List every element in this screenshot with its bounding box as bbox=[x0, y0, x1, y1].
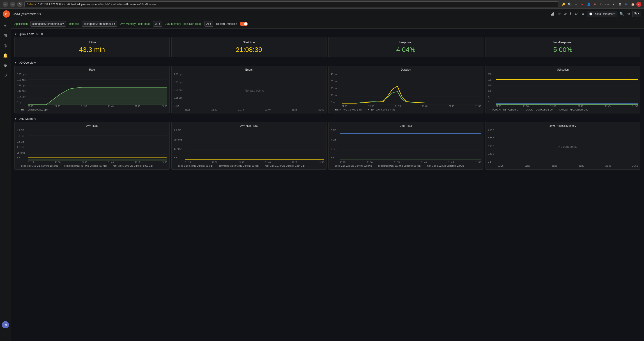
utilisation-chart-panel: Utilisation 250 200 150 100 50 0 bbox=[485, 66, 640, 114]
jvm-process-x-axis: 21:25 21:30 21:35 21:40 21:45 21:50 bbox=[498, 165, 638, 167]
ext4-icon[interactable]: JB bbox=[598, 2, 604, 7]
rate-legend: HTTP Current: 0.2001 ops bbox=[17, 108, 167, 111]
non-heap-value: All ▾ bbox=[206, 22, 212, 26]
time-range-selector[interactable]: 🕐 Last 30 minutes ▾ bbox=[587, 11, 617, 17]
quick-facts-header[interactable]: ▼ Quick Facts ⚙ 🗑 bbox=[14, 30, 640, 37]
refresh-interval[interactable]: 5s ▾ bbox=[632, 11, 641, 17]
time-range-label: Last 30 minutes ▾ bbox=[594, 12, 615, 16]
sidebar: + ⊞ ◎ 🔔 ⚙ 🛡 hu ? bbox=[0, 20, 11, 341]
uptime-title: Uptime bbox=[17, 41, 167, 44]
non-heap-label: JVM Memory Pools Non-Heap bbox=[165, 22, 202, 26]
restart-detection-label: Restart Detection bbox=[216, 22, 237, 26]
collapse-icon: ▼ bbox=[14, 33, 17, 36]
topbar-right: ☆ ⇗ ℹ ⚙ 🖥 🕐 Last 30 minutes ▾ 🔍 ↻ 5s ▾ bbox=[550, 11, 641, 17]
start-time-value: 21:08:39 bbox=[236, 46, 262, 54]
duration-chart-panel: Duration 40 ms 30 ms 20 ms 10 ms 0 ns bbox=[328, 66, 484, 114]
application-select[interactable]: springboot2-prometheus ▾ bbox=[30, 21, 66, 26]
ext7-icon[interactable]: ⊞ bbox=[618, 2, 623, 7]
jvm-charts-grid: JVM Heap 4.7 GiB 3.7 GiB 2.8 GiB 1.9 GiB… bbox=[14, 122, 640, 170]
instance-value: springboot2-prometheus ▾ bbox=[84, 22, 115, 26]
start-time-title: Start time bbox=[174, 41, 324, 44]
ext5-icon[interactable]: 0101 bbox=[605, 2, 610, 7]
refresh-icon[interactable]: ↻ bbox=[626, 11, 631, 17]
heap-used-title: Heap used bbox=[331, 41, 480, 44]
io-overview-header[interactable]: ▼ I/O Overview bbox=[14, 59, 640, 66]
ext3-icon[interactable]: F bbox=[592, 2, 598, 7]
jvm-heap-legend: used Max: 165 MiB Current: 165 MiB commi… bbox=[17, 165, 167, 167]
jvm-nonheap-x-axis: 21:25 21:30 21:35 21:40 21:45 21:50 bbox=[185, 161, 324, 164]
svg-marker-29 bbox=[28, 160, 167, 161]
sidebar-settings-btn[interactable]: ⚙ bbox=[1, 61, 10, 70]
jvm-nonheap-svg bbox=[185, 129, 324, 161]
start-time-panel: Start time 21:08:39 bbox=[171, 37, 326, 57]
filter-bar: Application springboot2-prometheus ▾ Ins… bbox=[11, 20, 644, 29]
uptime-panel: Uptime 43.3 min bbox=[14, 37, 170, 57]
non-heap-select[interactable]: All ▾ bbox=[204, 21, 214, 26]
errors-no-data: No data points bbox=[185, 73, 324, 108]
info-icon[interactable]: ℹ bbox=[569, 11, 572, 17]
sidebar-shield-btn[interactable]: 🛡 bbox=[1, 71, 10, 80]
jvm-memory-title: JVM Memory bbox=[19, 117, 36, 120]
svg-marker-11 bbox=[28, 87, 167, 105]
gear-icon[interactable]: ⚙ bbox=[574, 11, 578, 17]
monitor-icon[interactable]: 🖥 bbox=[580, 11, 585, 17]
rate-chart-title: Rate bbox=[17, 68, 167, 71]
bookmark-icon[interactable]: ☆ bbox=[573, 2, 578, 7]
non-heap-used-value: 5.00% bbox=[553, 46, 572, 54]
jvm-total-x-axis: 21:25 21:30 21:35 21:40 21:45 21:50 bbox=[340, 161, 481, 164]
instance-select[interactable]: springboot2-prometheus ▾ bbox=[82, 21, 117, 26]
jvm-process-chart-panel: JVM Process Memory 1.00 B 0.75 B 0.50 B … bbox=[485, 122, 640, 170]
clock-icon: 🕐 bbox=[589, 12, 592, 16]
search-icon[interactable]: 🔍 bbox=[567, 2, 572, 7]
application-label: Application bbox=[14, 22, 28, 26]
sidebar-add-btn[interactable]: + bbox=[1, 21, 10, 30]
search-dashboard-icon[interactable]: 🔍 bbox=[618, 11, 625, 17]
ext6-icon[interactable]: ▼ bbox=[611, 2, 616, 7]
section-trash-icon[interactable]: 🗑 bbox=[40, 32, 44, 36]
jvm-heap-svg bbox=[28, 129, 167, 161]
chart-icon[interactable] bbox=[550, 11, 556, 17]
heap-select[interactable]: All ▾ bbox=[153, 21, 162, 26]
errors-chart-title: Errors bbox=[174, 68, 324, 71]
legend-dot bbox=[17, 110, 20, 110]
section-gear-icon[interactable]: ⚙ bbox=[36, 32, 39, 36]
quick-facts-grid: Uptime 43.3 min Start time 21:08:39 Heap… bbox=[14, 37, 640, 57]
key-icon[interactable]: 🔑 bbox=[560, 2, 566, 7]
sidebar-help-btn[interactable]: ? bbox=[1, 330, 10, 339]
restart-detection-toggle[interactable] bbox=[240, 22, 248, 26]
jvm-process-title: JVM Process Memory bbox=[488, 124, 638, 128]
sidebar-bell-btn[interactable]: 🔔 bbox=[1, 51, 10, 60]
io-charts-grid: Rate 0.25 ops 0.20 ops 0.15 ops 0.10 ops… bbox=[14, 66, 640, 114]
profile-icon[interactable]: hu bbox=[636, 2, 641, 7]
ext1-icon[interactable]: ● bbox=[580, 2, 585, 7]
dashboard-title[interactable]: JVM (Micrometer) ▾ bbox=[14, 12, 41, 16]
jvm-nonheap-title: JVM Non-Heap bbox=[174, 124, 324, 128]
reload-button[interactable]: ↻ bbox=[17, 2, 22, 7]
grafana-topbar: G JVM (Micrometer) ▾ ☆ ⇗ ℹ ⚙ 🖥 🕐 Last 30… bbox=[0, 8, 644, 20]
instance-label: Instance bbox=[68, 22, 79, 26]
content-area: Application springboot2-prometheus ▾ Ins… bbox=[11, 20, 644, 341]
dashboard-content: ▼ Quick Facts ⚙ 🗑 Uptime 43.3 min Start … bbox=[11, 29, 644, 173]
application-value: springboot2-prometheus ▾ bbox=[32, 22, 64, 26]
ext2-icon[interactable]: 👤 bbox=[586, 2, 591, 7]
browser-icons: 🔑 🔍 ☆ ● 👤 F JB 0101 ▼ ⊞ G 🏠 hu bbox=[560, 2, 641, 7]
forward-button[interactable]: → bbox=[10, 2, 15, 7]
utilisation-chart-title: Utilisation bbox=[488, 68, 638, 71]
sidebar-explore-btn[interactable]: ◎ bbox=[1, 41, 10, 50]
jvm-total-chart-panel: JVM Total 6 GiB 4 GiB 2 GiB 0 B bbox=[328, 122, 484, 170]
sidebar-grid-btn[interactable]: ⊞ bbox=[1, 31, 10, 40]
heap-label: JVM Memory Pools Heap bbox=[120, 22, 150, 26]
star-icon[interactable]: ☆ bbox=[557, 11, 562, 17]
heap-value: All ▾ bbox=[155, 22, 160, 26]
back-button[interactable]: ← bbox=[3, 2, 8, 7]
svg-rect-2 bbox=[551, 14, 552, 16]
utilisation-svg bbox=[496, 73, 638, 105]
main-layout: + ⊞ ◎ 🔔 ⚙ 🛡 hu ? Application springboot2… bbox=[0, 20, 644, 341]
share-icon[interactable]: ⇗ bbox=[563, 11, 568, 17]
avatar: hu bbox=[2, 321, 9, 328]
jvm-memory-header[interactable]: ▼ JVM Memory bbox=[14, 115, 640, 122]
ext8-icon[interactable]: G bbox=[624, 2, 629, 7]
heap-used-panel: Heap used 4.04% bbox=[328, 37, 484, 57]
address-bar[interactable]: ⚠ 不安全 192.168.1.121:3000/d/_a6UvwFWk/jvm… bbox=[24, 1, 559, 7]
ext9-icon[interactable]: 🏠 bbox=[630, 2, 636, 7]
